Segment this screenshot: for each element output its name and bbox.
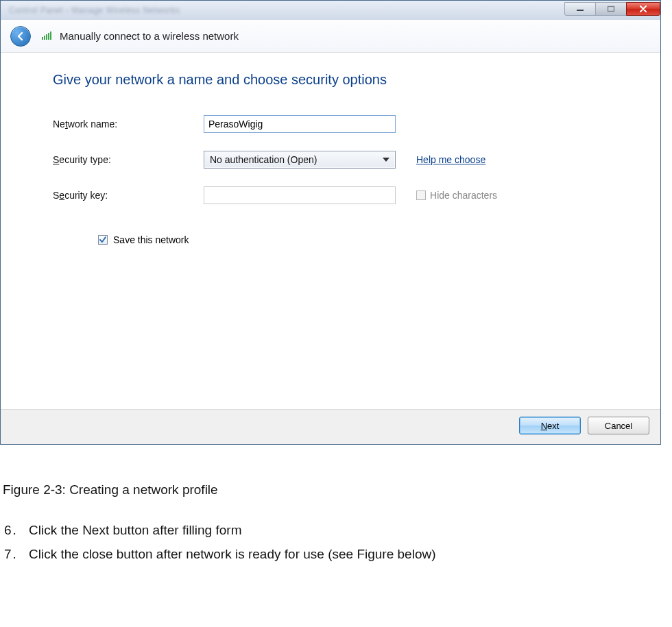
window-controls — [565, 2, 660, 16]
chevron-down-icon — [383, 158, 389, 162]
back-button[interactable] — [10, 26, 31, 47]
wizard-content: Give your network a name and choose secu… — [1, 53, 660, 409]
network-name-input[interactable] — [204, 115, 396, 133]
wizard-footer: Next Cancel — [1, 409, 660, 444]
svg-rect-2 — [42, 37, 43, 40]
hide-characters-checkbox: Hide characters — [416, 190, 497, 201]
wizard-window: Control Panel › Manage Wireless Networks — [0, 0, 661, 445]
next-button[interactable]: Next — [519, 417, 581, 434]
minimize-button[interactable] — [564, 2, 596, 16]
row-network-name: Network name: — [53, 115, 619, 133]
step-list: 6Click the Next button after filling for… — [3, 518, 672, 566]
maximize-button — [595, 2, 627, 16]
window-titlebar: Control Panel › Manage Wireless Networks — [1, 1, 660, 20]
row-security-type: Security type: No authentication (Open) … — [53, 151, 619, 169]
list-item: 6Click the Next button after filling for… — [3, 518, 672, 542]
row-security-key: Security key: Hide characters — [53, 186, 619, 204]
page-heading: Give your network a name and choose secu… — [53, 72, 619, 88]
svg-rect-3 — [44, 36, 45, 40]
svg-rect-0 — [577, 10, 584, 11]
arrow-left-icon — [15, 31, 26, 42]
label-security-type: Security type: — [53, 154, 204, 165]
checkbox-checked-icon — [98, 235, 108, 245]
label-security-key: Security key: — [53, 190, 204, 201]
wizard-header: Manually connect to a wireless network — [1, 20, 660, 53]
figure-caption: Figure 2-3: Creating a network profile — [3, 478, 672, 502]
security-type-value: No authentication (Open) — [210, 154, 383, 165]
checkbox-icon — [416, 190, 426, 200]
help-me-choose-link[interactable]: Help me choose — [416, 154, 485, 165]
wizard-title: Manually connect to a wireless network — [60, 30, 239, 42]
cancel-button[interactable]: Cancel — [588, 417, 649, 434]
svg-rect-1 — [608, 7, 614, 12]
list-item: 7Click the close button after network is… — [3, 542, 672, 566]
security-key-input — [204, 186, 396, 204]
svg-rect-5 — [48, 33, 49, 40]
wireless-signal-icon — [40, 28, 54, 44]
document-text: Figure 2-3: Creating a network profile 6… — [0, 445, 672, 566]
svg-rect-6 — [50, 32, 51, 40]
label-network-name: Network name: — [53, 119, 204, 130]
svg-rect-4 — [46, 34, 47, 40]
breadcrumb-blur: Control Panel › Manage Wireless Networks — [6, 5, 565, 15]
security-type-select[interactable]: No authentication (Open) — [204, 151, 396, 169]
save-network-checkbox[interactable]: Save this network — [98, 234, 619, 245]
close-button[interactable] — [626, 2, 660, 16]
